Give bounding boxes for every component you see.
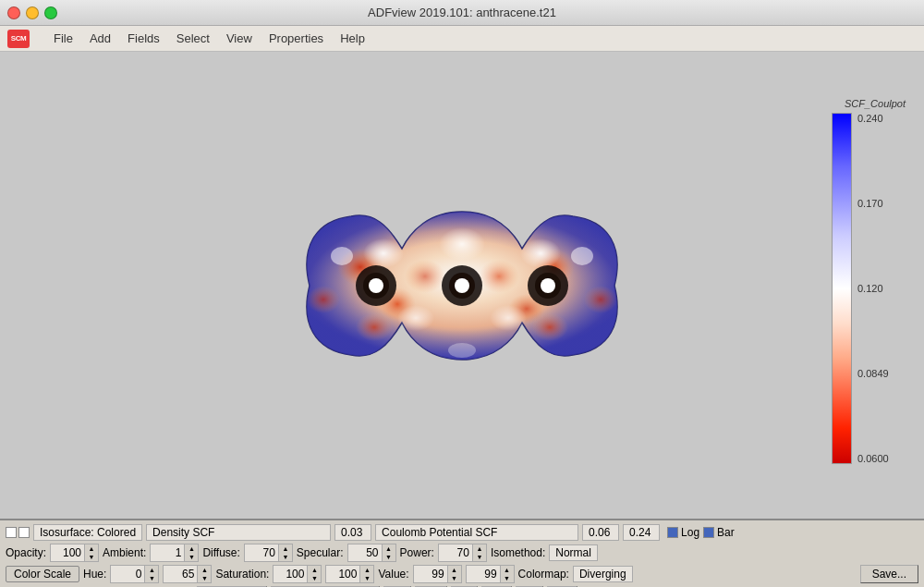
log-checkbox[interactable]	[667, 527, 678, 538]
diffuse-spin-btns: ▲ ▼	[278, 544, 292, 561]
hue1-up[interactable]: ▲	[145, 566, 158, 574]
maximize-button[interactable]	[44, 6, 57, 19]
bottom-row1: Isosurface: Colored Density SCF 0.03 Cou…	[6, 524, 918, 541]
menu-file[interactable]: File	[46, 29, 80, 48]
svg-point-25	[571, 247, 593, 265]
main-viewport[interactable]: SCF_Coulpot 0.240 0.170 0.120 0.0849 0.0…	[0, 52, 924, 519]
value-label: Value:	[378, 568, 408, 581]
specular-down[interactable]: ▼	[383, 553, 395, 561]
val1-spinner[interactable]: ▲ ▼	[413, 565, 462, 583]
val2-spinner[interactable]: ▲ ▼	[466, 565, 515, 583]
hue2-up[interactable]: ▲	[198, 566, 211, 574]
minimize-button[interactable]	[26, 6, 39, 19]
sat1-input[interactable]	[274, 567, 307, 581]
sat1-down[interactable]: ▼	[308, 574, 321, 582]
val2-up[interactable]: ▲	[501, 566, 514, 574]
colormap-label: Colormap:	[518, 568, 569, 581]
colorscale-button[interactable]: Color Scale	[6, 566, 79, 582]
menu-fields[interactable]: Fields	[120, 29, 167, 48]
ambient-down[interactable]: ▼	[185, 553, 198, 561]
svg-point-5	[479, 260, 519, 293]
val2-input[interactable]	[467, 567, 500, 581]
window-title: ADFview 2019.101: anthracene.t21	[368, 6, 556, 19]
diffuse-up[interactable]: ▲	[279, 544, 292, 553]
bottom-row3: Color Scale Hue: ▲ ▼ ▲ ▼ Saturation: ▲ ▼	[6, 565, 918, 583]
power-input[interactable]	[439, 545, 472, 560]
svg-point-10	[363, 238, 404, 268]
opacity-down[interactable]: ▼	[85, 553, 98, 561]
bar-checkbox[interactable]	[703, 527, 714, 538]
sat1-up[interactable]: ▲	[308, 566, 321, 574]
min-value: 0.06	[582, 524, 619, 541]
sat2-up[interactable]: ▲	[360, 566, 373, 574]
max-value: 0.24	[623, 524, 660, 541]
val2-down[interactable]: ▼	[501, 574, 514, 582]
colorscale-label-4: 0.0849	[857, 368, 889, 379]
menu-properties[interactable]: Properties	[261, 29, 331, 48]
svg-point-20	[455, 278, 469, 293]
specular-up[interactable]: ▲	[383, 544, 395, 553]
ambient-up[interactable]: ▲	[185, 544, 198, 553]
isomethod-label: Isomethod:	[491, 546, 545, 559]
colorscale-bar	[832, 113, 852, 464]
scm-icon: SCM	[7, 30, 30, 48]
opacity-input[interactable]	[51, 545, 84, 560]
power-down[interactable]: ▼	[473, 553, 486, 561]
diffuse-down[interactable]: ▼	[279, 553, 292, 561]
diffuse-label: Diffuse:	[202, 546, 239, 559]
menu-add[interactable]: Add	[82, 29, 118, 48]
specular-label: Specular:	[297, 546, 344, 559]
val1-input[interactable]	[414, 567, 447, 581]
hue2-input[interactable]	[164, 567, 197, 581]
isosurface-label: Isosurface: Colored	[33, 524, 142, 541]
val1-up[interactable]: ▲	[448, 566, 461, 574]
row1-checkboxes	[6, 527, 30, 538]
save-button[interactable]: Save...	[860, 565, 918, 583]
bar-pair: Bar	[703, 526, 735, 539]
val1-down[interactable]: ▼	[448, 574, 461, 582]
sat2-down[interactable]: ▼	[360, 574, 373, 582]
log-label: Log	[681, 526, 699, 539]
diffuse-input[interactable]	[245, 545, 278, 560]
menu-select[interactable]: Select	[169, 29, 217, 48]
log-pair: Log	[667, 526, 699, 539]
val1-spin-btns: ▲ ▼	[447, 566, 461, 582]
sat1-spinner[interactable]: ▲ ▼	[273, 565, 322, 583]
specular-spinner[interactable]: ▲ ▼	[347, 544, 396, 562]
bar-label: Bar	[717, 526, 735, 539]
sat2-input[interactable]	[326, 567, 359, 581]
menu-help[interactable]: Help	[333, 29, 372, 48]
hue2-spinner[interactable]: ▲ ▼	[163, 565, 212, 583]
power-up[interactable]: ▲	[473, 544, 486, 553]
opacity-label: Opacity:	[6, 546, 46, 559]
hue2-down[interactable]: ▼	[198, 574, 211, 582]
diffuse-spinner[interactable]: ▲ ▼	[244, 544, 293, 562]
colorscale-label-max: 0.240	[857, 113, 889, 124]
svg-point-13	[397, 305, 434, 331]
menu-view[interactable]: View	[219, 29, 260, 48]
opacity-spinner[interactable]: ▲ ▼	[50, 544, 99, 562]
opacity-up[interactable]: ▲	[85, 544, 98, 553]
hue1-input[interactable]	[111, 567, 144, 581]
specular-spin-btns: ▲ ▼	[382, 544, 395, 561]
isosurface-checkbox2[interactable]	[18, 527, 30, 538]
hue1-spinner[interactable]: ▲ ▼	[110, 565, 159, 583]
svg-point-4	[405, 260, 445, 293]
ambient-spin-btns: ▲ ▼	[184, 544, 198, 561]
specular-input[interactable]	[348, 545, 382, 560]
hue1-down[interactable]: ▼	[145, 574, 158, 582]
power-spin-btns: ▲ ▼	[472, 544, 486, 561]
colorscale-title: SCF_Coulpot	[832, 98, 906, 109]
close-button[interactable]	[7, 6, 20, 19]
sat2-spinner[interactable]: ▲ ▼	[325, 565, 374, 583]
colorscale-label-2: 0.170	[857, 198, 889, 209]
menubar: SCM File Add Fields Select View Properti…	[0, 26, 924, 52]
ambient-input[interactable]	[151, 545, 184, 560]
power-spinner[interactable]: ▲ ▼	[438, 544, 487, 562]
isosurface-checkbox1[interactable]	[6, 527, 17, 538]
svg-point-2	[307, 286, 340, 313]
ambient-spinner[interactable]: ▲ ▼	[150, 544, 199, 562]
saturation-label: Saturation:	[215, 568, 269, 581]
scm-logo[interactable]: SCM	[4, 28, 37, 50]
svg-point-3	[356, 313, 393, 341]
